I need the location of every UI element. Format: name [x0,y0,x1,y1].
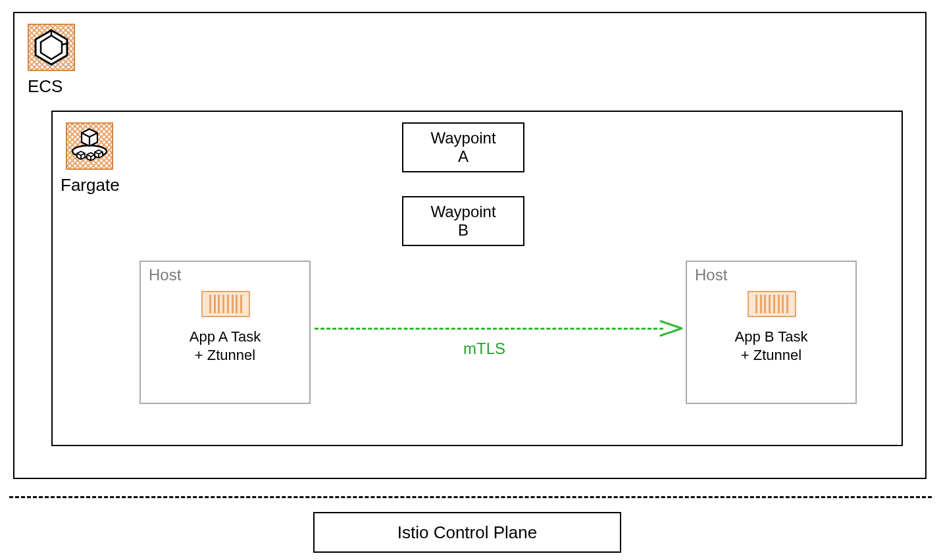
divider-line [9,496,932,498]
host-left-title: Host [149,266,181,284]
waypoint-a-label: Waypoint A [430,129,496,165]
istio-control-plane-label: Istio Control Plane [397,522,537,543]
container-icon-right [748,291,796,317]
fargate-label: Fargate [61,175,120,195]
container-icon-left [201,291,250,317]
mtls-arrow-line [315,328,663,330]
waypoint-b-label: Waypoint B [430,203,496,239]
host-left-task: App A Task + Ztunnel [140,328,311,364]
istio-control-plane-box: Istio Control Plane [313,512,621,553]
host-right-title: Host [695,266,727,284]
mtls-arrow-head [661,320,684,337]
mtls-label: mTLS [463,340,505,358]
waypoint-b-box: Waypoint B [402,196,524,246]
fargate-icon [66,122,113,170]
ecs-label: ECS [28,76,63,97]
ecs-icon [28,24,75,71]
diagram-canvas: ECS Farg [0,0,941,560]
waypoint-a-box: Waypoint A [402,122,524,172]
host-right-task: App B Task + Ztunnel [686,328,857,364]
